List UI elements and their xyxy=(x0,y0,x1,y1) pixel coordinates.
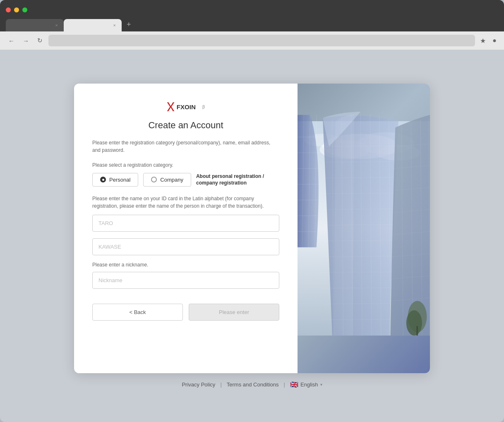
form-panel: FXOIN β Create an Account Please enter t… xyxy=(74,84,298,373)
last-name-input[interactable] xyxy=(92,238,279,255)
maximize-window-button[interactable] xyxy=(22,7,27,12)
minimize-window-button[interactable] xyxy=(14,7,19,12)
nickname-label: Please enter a nickname. xyxy=(92,262,279,268)
building-image xyxy=(298,84,430,373)
new-tab-button[interactable]: + xyxy=(123,21,134,28)
back-button[interactable]: < Back xyxy=(92,304,183,321)
tab-1-close[interactable]: × xyxy=(55,23,58,28)
logo-container: FXOIN β xyxy=(92,100,279,113)
footer-separator-2: | xyxy=(284,381,285,388)
logo: FXOIN β xyxy=(161,100,211,113)
page-content: FXOIN β Create an Account Please enter t… xyxy=(0,50,504,422)
tabs-bar: × × + xyxy=(0,17,504,31)
footer: Privacy Policy | Terms and Conditions | … xyxy=(182,381,322,388)
refresh-button[interactable]: ↻ xyxy=(35,35,45,46)
category-label: Please select a registration category. xyxy=(92,162,279,168)
tab-2-close[interactable]: × xyxy=(113,23,116,28)
footer-separator-1: | xyxy=(220,381,221,388)
svg-text:β: β xyxy=(202,104,205,109)
page-title: Create an Account xyxy=(92,120,279,131)
back-button[interactable]: ← xyxy=(6,36,17,46)
personal-label: Personal xyxy=(109,177,130,183)
forward-button[interactable]: → xyxy=(20,36,31,46)
company-radio-dot xyxy=(151,177,157,182)
account-button[interactable]: ● xyxy=(491,35,498,46)
nickname-input[interactable] xyxy=(92,272,279,289)
buttons-row: < Back Please enter xyxy=(92,304,279,321)
personal-radio[interactable]: Personal xyxy=(92,173,138,187)
navigation-bar: ← → ↻ ★ ● xyxy=(0,31,504,50)
personal-radio-dot xyxy=(100,177,106,182)
bookmark-button[interactable]: ★ xyxy=(478,35,487,46)
close-window-button[interactable] xyxy=(6,7,11,12)
privacy-policy-link[interactable]: Privacy Policy xyxy=(182,381,215,388)
language-flag: 🇬🇧 xyxy=(290,381,298,388)
titlebar xyxy=(0,0,504,16)
name-description: Please enter the name on your ID card in… xyxy=(92,195,279,210)
svg-point-51 xyxy=(406,310,422,336)
about-registration-link[interactable]: About personal registration /company reg… xyxy=(196,173,264,187)
company-label: Company xyxy=(160,177,183,183)
language-dropdown-arrow: ▾ xyxy=(320,382,322,387)
form-description: Please enter the registration category (… xyxy=(92,139,279,154)
language-label: English xyxy=(300,381,318,388)
company-radio[interactable]: Company xyxy=(143,173,191,187)
next-button: Please enter xyxy=(189,304,279,321)
image-panel xyxy=(298,84,430,373)
terms-link[interactable]: Terms and Conditions xyxy=(227,381,279,388)
first-name-input[interactable] xyxy=(92,215,279,232)
svg-marker-0 xyxy=(167,102,175,111)
svg-text:FXOIN: FXOIN xyxy=(177,103,196,110)
browser-window: × × + ← → ↻ ★ ● xyxy=(0,0,504,50)
address-bar[interactable] xyxy=(48,35,475,46)
browser-tab-2[interactable]: × xyxy=(64,19,122,31)
category-row: Personal Company About personal registra… xyxy=(92,173,279,187)
browser-tab-1[interactable]: × xyxy=(6,19,64,31)
language-selector[interactable]: 🇬🇧 English ▾ xyxy=(290,381,322,388)
svg-rect-52 xyxy=(416,326,418,336)
main-card: FXOIN β Create an Account Please enter t… xyxy=(74,84,430,373)
